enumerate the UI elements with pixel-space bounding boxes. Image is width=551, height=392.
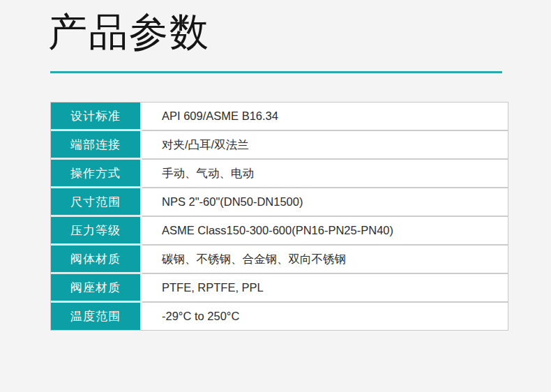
table-row: 阀体材质 碳钢、不锈钢、合金钢、双向不锈钢 xyxy=(51,246,508,274)
spec-value: ASME Class150-300-600(PN16-PN25-PN40) xyxy=(142,217,508,246)
table-row: 设计标准 API 609/ASME B16.34 xyxy=(51,103,508,131)
spec-label: 设计标准 xyxy=(51,103,142,131)
spec-label: 操作方式 xyxy=(51,160,142,188)
spec-label: 压力等级 xyxy=(51,217,142,246)
table-row: 端部连接 对夹/凸耳/双法兰 xyxy=(51,131,508,160)
title-underline xyxy=(50,71,502,73)
spec-label: 阀体材质 xyxy=(51,246,142,274)
spec-label: 尺寸范围 xyxy=(51,188,142,217)
page-title: 产品参数 xyxy=(48,6,210,59)
spec-label: 温度范围 xyxy=(51,303,142,330)
spec-table: 设计标准 API 609/ASME B16.34 端部连接 对夹/凸耳/双法兰 … xyxy=(50,102,508,331)
spec-label: 端部连接 xyxy=(51,131,142,160)
spec-value: 手动、气动、电动 xyxy=(142,160,508,188)
table-row: 压力等级 ASME Class150-300-600(PN16-PN25-PN4… xyxy=(51,217,508,246)
spec-value: 对夹/凸耳/双法兰 xyxy=(142,131,508,160)
spec-value: -29°C to 250°C xyxy=(142,303,508,330)
table-row: 阀座材质 PTFE, RPTFE, PPL xyxy=(51,274,508,303)
table-row: 温度范围 -29°C to 250°C xyxy=(51,303,508,330)
spec-value: PTFE, RPTFE, PPL xyxy=(142,274,508,303)
product-parameters-page: 产品参数 设计标准 API 609/ASME B16.34 端部连接 对夹/凸耳… xyxy=(0,0,551,392)
table-row: 尺寸范围 NPS 2"-60"(DN50-DN1500) xyxy=(51,188,508,217)
spec-value: 碳钢、不锈钢、合金钢、双向不锈钢 xyxy=(142,246,508,274)
spec-label: 阀座材质 xyxy=(51,274,142,303)
table-row: 操作方式 手动、气动、电动 xyxy=(51,160,508,188)
spec-value: NPS 2"-60"(DN50-DN1500) xyxy=(142,188,508,217)
spec-value: API 609/ASME B16.34 xyxy=(142,103,508,131)
